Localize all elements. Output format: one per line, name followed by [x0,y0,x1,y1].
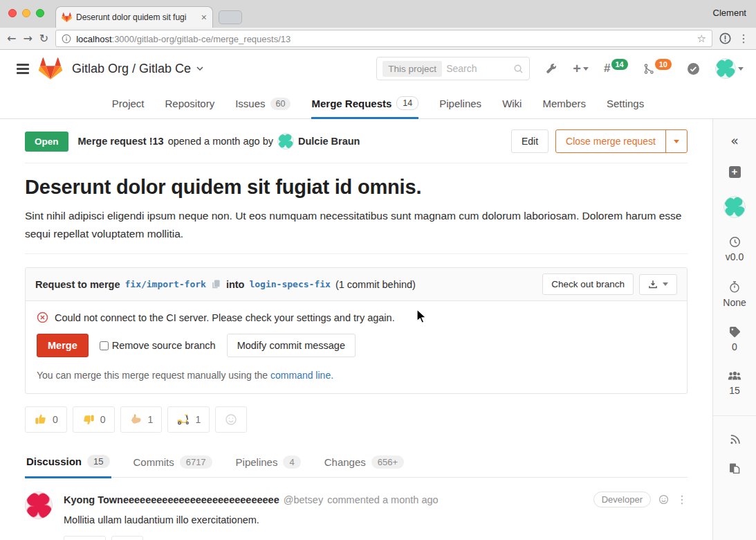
download-dropdown-button[interactable] [639,274,677,295]
command-line-link[interactable]: command line. [270,370,333,381]
check-circle-icon[interactable] [687,62,700,75]
merge-widget-header: Request to merge fix/import-fork into lo… [26,268,687,301]
gitlab-logo[interactable] [39,57,62,80]
zoom-window-button[interactable] [36,9,44,17]
sidebar-divider [713,415,756,416]
time-tracking-label: None [723,297,746,308]
changes-count-badge: 656+ [371,456,404,469]
tab-repository[interactable]: Repository [165,87,215,118]
close-mr-dropdown-button[interactable] [665,130,687,152]
search-scope-chip: This project [382,61,442,77]
edit-button[interactable]: Edit [511,129,548,153]
url-bar[interactable]: localhost:3000/gitlab-org/gitlab-ce/merg… [55,30,712,47]
participants-item[interactable]: 15 [728,370,741,396]
status-badge: Open [25,132,68,152]
tab-settings[interactable]: Settings [607,87,644,118]
browser-tab[interactable]: Deserunt dolor quidem sit fugi × [55,6,213,28]
manual-merge-note: You can merge this merge request manuall… [37,370,676,381]
commenter-mention[interactable]: @betsey [284,494,323,505]
project-context-switcher[interactable]: Gitlab Org / Gitlab Ce [72,62,203,76]
sidebar-expand-button[interactable]: « [730,133,739,148]
author-name[interactable]: Dulcie Braun [298,136,360,147]
tab-mr-pipelines[interactable]: Pipelines4 [234,448,302,477]
tab-merge-requests[interactable]: Merge Requests14 [311,88,418,119]
comment-meta: commented a month ago [327,494,438,505]
tab-issues[interactable]: Issues60 [235,87,291,118]
award-thumbsup-button[interactable]: 0 [25,406,67,433]
back-icon[interactable]: ← [7,33,16,44]
extension-icon[interactable] [719,33,731,44]
admin-wrench-icon[interactable] [545,62,557,75]
minimize-window-button[interactable] [22,9,30,17]
merge-requests-indicator[interactable]: 10 [643,63,672,75]
close-window-button[interactable] [8,9,17,17]
remove-source-branch-checkbox[interactable] [100,341,109,350]
checkout-branch-button[interactable]: Check out branch [542,273,634,295]
merge-button[interactable]: Merge [37,334,89,357]
discussion-nav: Discussion15 Commits6717 Pipelines4 Chan… [25,448,688,478]
ci-error-text: Could not connect to the CI server. Plea… [55,312,395,323]
source-branch[interactable]: fix/import-fork [125,279,205,289]
request-to-merge-text: Request to merge [35,279,120,290]
tab-members[interactable]: Members [542,87,586,118]
new-tab-button[interactable] [219,10,242,24]
milestone-label: v0.0 [726,251,744,262]
notifications-item[interactable] [729,433,741,444]
hamburger-menu-icon[interactable] [17,64,29,74]
award-thumbsdown-button[interactable]: 0 [73,406,115,433]
award-call-me-button[interactable]: 1 [120,406,163,433]
reload-icon[interactable]: ↻ [39,33,48,44]
add-todo-button[interactable]: + [729,166,741,178]
tab-close-icon[interactable]: × [201,12,207,22]
tab-project[interactable]: Project [112,87,145,118]
download-icon [648,280,658,289]
tab-commits[interactable]: Commits6717 [132,448,214,477]
discussion-count-badge: 15 [87,455,109,468]
assignee-item[interactable] [723,196,746,218]
tab-discussion[interactable]: Discussion15 [25,448,111,478]
mr-opened-text: opened a month ago by [168,136,273,147]
new-menu-button[interactable]: + [573,62,589,75]
labels-item[interactable]: 0 [729,326,741,352]
add-award-button[interactable] [215,406,247,433]
todos-indicator[interactable]: #14 [604,62,628,75]
award-phone-button[interactable]: 1 [64,536,106,540]
chrome-profile-name[interactable]: Clement [713,8,746,18]
tab-wiki[interactable]: Wiki [502,87,522,118]
header-search[interactable]: This project [376,57,530,80]
window-controls[interactable] [8,9,44,17]
comment: Kyong Towneeeeeeeeeeeeeeeeeeeeeeeeeeee @… [25,478,688,540]
commenter-name[interactable]: Kyong Towneeeeeeeeeeeeeeeeeeeeeeeeeeee [64,494,279,505]
add-smiley-icon [224,413,238,426]
target-branch[interactable]: login-specs-fix [249,279,330,289]
forward-icon[interactable]: → [23,33,32,44]
search-input[interactable] [446,63,509,74]
copy-branch-icon[interactable] [211,279,221,289]
comment-add-award-button[interactable] [111,536,143,540]
tab-pipelines[interactable]: Pipelines [439,87,481,118]
award-scooter-button[interactable]: 1 [167,406,210,433]
mr-page: Open Merge request !13 opened a month ag… [0,119,712,540]
page-info-icon[interactable] [62,34,71,44]
time-tracking-item[interactable]: None [723,280,746,308]
remove-source-branch-option[interactable]: Remove source branch [100,340,216,351]
mr-state-bar: Open Merge request !13 opened a month ag… [25,119,688,163]
comment-more-icon[interactable]: ⋮ [676,493,688,506]
browser-window: Deserunt dolor quidem sit fugi × Clement… [0,0,756,540]
commenter-avatar[interactable] [25,492,53,519]
commits-behind-text: (1 commit behind) [335,279,416,290]
author-avatar[interactable] [277,133,294,150]
award-count: 1 [195,414,201,425]
labels-count-label: 0 [732,341,737,352]
milestone-item[interactable]: v0.0 [726,236,744,262]
modify-commit-message-button[interactable]: Modify commit message [227,334,356,357]
tab-changes[interactable]: Changes656+ [323,448,405,477]
close-mr-button[interactable]: Close merge request [556,130,665,152]
copy-reference-button[interactable] [728,462,741,475]
add-todo-icon: + [729,166,741,178]
user-menu[interactable] [715,58,744,79]
comment-add-reaction-icon[interactable] [658,494,670,505]
ci-status-row: Could not connect to the CI server. Plea… [37,312,676,323]
bookmark-star-icon[interactable]: ☆ [697,33,706,45]
chrome-menu-icon[interactable]: ⋮ [738,32,749,45]
